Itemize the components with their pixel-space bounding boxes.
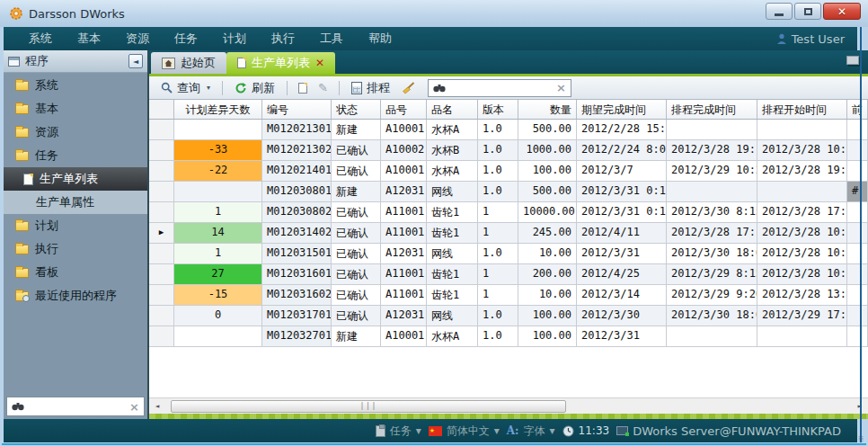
cell-part-name[interactable]: 水杯A — [427, 326, 478, 346]
menu-item[interactable]: 计划 — [210, 27, 259, 50]
cell-quantity[interactable]: 200.00 — [518, 264, 577, 284]
cell-version[interactable]: 1.0 — [478, 140, 518, 160]
cell-scheduled-start[interactable]: 2012/3/28 10:52 — [757, 244, 847, 263]
sidebar-collapse-button[interactable]: ◄ — [128, 54, 143, 68]
table-row[interactable]: M012030801 新建 A12031 网线 1.0 500.00 2012/… — [149, 182, 868, 202]
row-cursor-cell[interactable] — [149, 326, 174, 346]
cell-version[interactable]: 1.0 — [478, 326, 518, 346]
cell-due-time[interactable]: 2012/4/11 — [577, 223, 667, 243]
cell-scheduled-end[interactable]: 2012/3/29 8:15 — [667, 264, 757, 284]
cell-extra[interactable] — [847, 140, 868, 160]
cell-version[interactable]: 1 — [478, 202, 518, 222]
cell-version[interactable]: 1.0 — [478, 244, 518, 263]
column-header-cell[interactable]: 数量 — [518, 100, 577, 119]
cell-order-id[interactable]: M012021302 — [262, 140, 332, 160]
sidebar-item[interactable]: 执行 — [4, 237, 147, 261]
column-header-cell[interactable]: 期望完成时间 — [577, 100, 667, 119]
cell-status[interactable]: 新建 — [332, 326, 381, 346]
column-header-cell[interactable]: 排程开始时间 — [757, 100, 847, 119]
cell-version[interactable]: 1.0 — [478, 182, 518, 201]
cell-diff-days[interactable]: 0 — [174, 306, 262, 326]
cell-scheduled-end[interactable]: 2012/3/30 18:00 — [667, 244, 757, 263]
refresh-button[interactable]: 刷新 — [230, 78, 279, 98]
status-language-dropdown[interactable]: ★ 简体中文 ▾ — [429, 424, 500, 439]
cell-diff-days[interactable] — [174, 182, 262, 201]
sidebar-item[interactable]: 任务 — [4, 144, 147, 167]
table-row[interactable]: 1 M012031501 已确认 A12031 网线 1.0 10.00 201… — [149, 244, 868, 264]
row-cursor-cell[interactable] — [149, 120, 174, 139]
cell-part-name[interactable]: 网线 — [427, 182, 478, 201]
cell-part-name[interactable]: 齿轮1 — [427, 285, 478, 305]
cell-quantity[interactable]: 10.00 — [518, 244, 577, 263]
cell-scheduled-start[interactable] — [757, 182, 847, 201]
cell-scheduled-start[interactable]: 2012/3/28 10:52 — [757, 264, 847, 284]
cell-scheduled-end[interactable]: 2012/3/28 17:13 — [667, 223, 757, 243]
cell-extra[interactable] — [847, 202, 868, 222]
cell-scheduled-end[interactable]: 2012/3/28 19:10 — [667, 140, 757, 160]
cell-diff-days[interactable]: 1 — [174, 244, 262, 263]
cell-diff-days[interactable]: -33 — [174, 140, 262, 160]
cell-part-number[interactable]: A11001 — [381, 223, 427, 243]
cell-due-time[interactable]: 2012/3/30 — [577, 306, 667, 326]
cell-scheduled-start[interactable]: 2012/3/28 10:52 — [757, 140, 847, 160]
cell-part-name[interactable]: 网线 — [427, 306, 478, 326]
sidebar-search-clear-icon[interactable]: × — [129, 401, 139, 413]
cell-part-name[interactable]: 齿轮1 — [427, 223, 478, 243]
cell-status[interactable]: 已确认 — [332, 285, 381, 305]
row-cursor-cell[interactable] — [149, 161, 174, 181]
column-header-cell[interactable]: 编号 — [262, 100, 332, 119]
cell-part-name[interactable]: 水杯B — [427, 140, 478, 160]
cell-diff-days[interactable] — [174, 326, 262, 346]
table-row[interactable]: 0 M012031701 已确认 A12031 网线 1.0 100.00 20… — [149, 306, 868, 326]
column-header-cell[interactable]: 版本 — [478, 100, 518, 119]
row-cursor-cell[interactable] — [149, 182, 174, 201]
cell-scheduled-start[interactable]: 2012/3/29 17:46 — [757, 306, 847, 326]
cell-part-name[interactable]: 水杯A — [427, 120, 478, 139]
menu-item[interactable]: 任务 — [162, 27, 210, 50]
cell-part-number[interactable]: A10001 — [381, 161, 427, 181]
column-header-cell[interactable]: 前 — [847, 100, 868, 119]
cell-scheduled-end[interactable]: 2012/3/30 8:15 — [667, 202, 757, 222]
cell-quantity[interactable]: 1000.00 — [518, 140, 577, 160]
cell-scheduled-end[interactable]: 2012/3/29 10:20 — [667, 161, 757, 181]
sidebar-item[interactable]: 生产单属性 — [4, 191, 147, 214]
row-cursor-cell[interactable] — [149, 244, 174, 263]
row-cursor-cell[interactable] — [149, 306, 174, 326]
sidebar-item[interactable]: 生产单列表 — [4, 167, 147, 191]
cell-order-id[interactable]: M012030802 — [262, 202, 332, 222]
cell-status[interactable]: 已确认 — [332, 202, 381, 222]
cell-due-time[interactable]: 2012/3/31 — [577, 326, 667, 346]
toolbar-search-input[interactable] — [450, 82, 552, 94]
row-cursor-cell[interactable]: ▶ — [149, 223, 174, 243]
cell-order-id[interactable]: M012031402 — [262, 223, 332, 243]
row-cursor-cell[interactable] — [149, 264, 174, 284]
cell-scheduled-end[interactable]: 2012/3/29 9:20 — [667, 285, 757, 305]
cell-status[interactable]: 已确认 — [332, 223, 381, 243]
cell-quantity[interactable]: 100.00 — [518, 326, 577, 346]
cell-order-id[interactable]: M012021401 — [262, 161, 332, 181]
row-cursor-cell[interactable] — [149, 285, 174, 305]
cell-extra[interactable] — [847, 223, 868, 243]
cell-due-time[interactable]: 2012/3/31 0:10 — [577, 182, 667, 201]
cell-part-number[interactable]: A11001 — [381, 202, 427, 222]
cell-quantity[interactable]: 100.00 — [518, 161, 577, 181]
tab-production-list[interactable]: 生产单列表 ✕ — [226, 52, 335, 74]
sidebar-search-input[interactable] — [29, 400, 125, 413]
cell-due-time[interactable]: 2012/3/14 — [577, 285, 667, 305]
cell-due-time[interactable]: 2012/3/7 — [577, 161, 667, 181]
cell-scheduled-end[interactable] — [667, 326, 757, 346]
cell-part-number[interactable]: A12031 — [381, 306, 427, 326]
table-row[interactable]: M012021301 新建 A10001 水杯A 1.0 500.00 2012… — [149, 120, 868, 140]
tab-close-icon[interactable]: ✕ — [315, 58, 324, 68]
user-indicator[interactable]: Test User — [776, 32, 857, 46]
row-cursor-cell[interactable] — [149, 140, 174, 160]
column-header-cell[interactable]: 品号 — [381, 100, 427, 119]
cell-due-time[interactable]: 2012/2/24 8:00 — [577, 140, 667, 160]
schedule-button[interactable]: 排程 — [347, 78, 394, 98]
cell-status[interactable]: 新建 — [332, 120, 381, 139]
cell-diff-days[interactable]: 27 — [174, 264, 262, 284]
cell-diff-days[interactable] — [174, 120, 262, 139]
minimize-button[interactable] — [766, 3, 793, 20]
cell-extra[interactable] — [847, 244, 868, 263]
query-button[interactable]: 查询 ▾ — [156, 78, 215, 98]
